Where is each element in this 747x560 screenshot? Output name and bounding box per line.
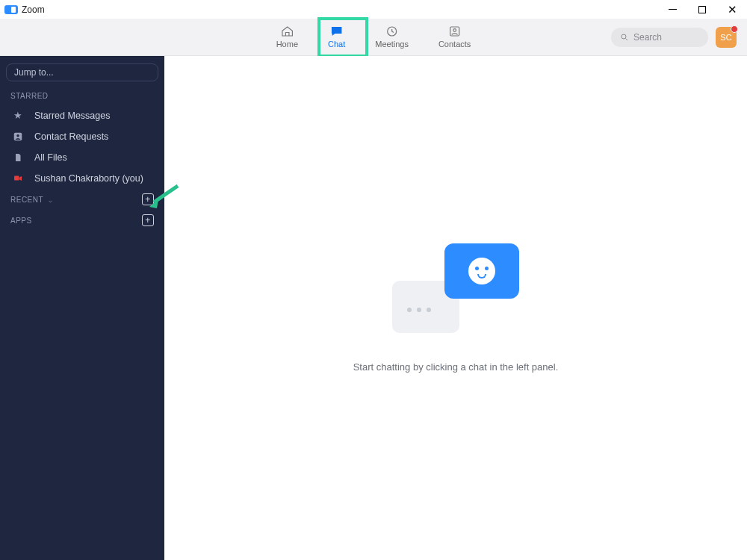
titlebar: Zoom ✕ [0,0,747,19]
nav-meetings-label: Meetings [375,40,409,49]
search-icon [620,33,629,42]
app-icon [4,5,18,14]
top-toolbar: Home Chat Meetings Contacts Search SC [0,19,747,56]
nav-home-label: Home [276,40,298,49]
nav-chat[interactable]: Chat [323,19,350,55]
sidebar-item-label: Contact Requests [34,131,108,142]
jump-placeholder: Jump to... [14,67,54,78]
chat-icon [329,25,344,38]
jump-to-input[interactable]: Jump to... [6,63,158,81]
nav-chat-label: Chat [328,40,345,49]
section-header-apps[interactable]: APPS [0,210,164,231]
sidebar-item-self[interactable]: Sushan Chakraborty (you) [0,168,164,189]
window-close-button[interactable]: ✕ [717,0,747,19]
section-header-recent[interactable]: RECENT ⌵ [0,189,164,210]
nav-meetings[interactable]: Meetings [371,19,413,55]
nav-home[interactable]: Home [272,19,303,55]
contact-request-icon [12,131,24,142]
section-apps-label: APPS [10,217,32,225]
nav-contacts-label: Contacts [438,40,471,49]
main-content: Start chatting by clicking a chat in the… [164,56,747,560]
svg-point-2 [453,28,456,31]
sidebar-item-starred-messages[interactable]: ★ Starred Messages [0,105,164,126]
sidebar-item-contact-requests[interactable]: Contact Requests [0,126,164,147]
contacts-icon [447,25,462,38]
nav-contacts[interactable]: Contacts [434,19,475,55]
add-app-button[interactable] [142,214,154,226]
window-maximize-button[interactable] [687,0,717,19]
search-input[interactable]: Search [611,28,708,47]
empty-state-text: Start chatting by clicking a chat in the… [353,361,559,373]
home-icon [279,25,294,38]
sidebar-item-label: All Files [34,152,67,163]
camera-icon [12,174,24,183]
svg-rect-6 [14,176,19,181]
svg-point-5 [16,134,19,137]
search-placeholder: Search [633,32,662,43]
section-starred-label: STARRED [10,92,49,100]
svg-point-3 [622,34,626,39]
sidebar-item-label: Starred Messages [34,111,110,121]
empty-chat-illustration [392,243,519,340]
sidebar: Jump to... STARRED ★ Starred Messages Co… [0,56,164,560]
sidebar-item-label: Sushan Chakraborty (you) [34,173,143,184]
file-icon [12,152,24,163]
clock-icon [385,25,400,38]
window-title: Zoom [22,4,45,15]
star-icon: ★ [12,110,24,121]
sidebar-item-all-files[interactable]: All Files [0,147,164,168]
avatar-initials: SC [720,33,731,42]
profile-avatar[interactable]: SC [716,27,737,48]
window-minimize-button[interactable] [657,0,687,19]
section-recent-label: RECENT [10,196,43,204]
add-recent-button[interactable] [142,193,154,205]
section-header-starred: STARRED [0,87,164,105]
chevron-down-icon: ⌵ [49,197,53,204]
